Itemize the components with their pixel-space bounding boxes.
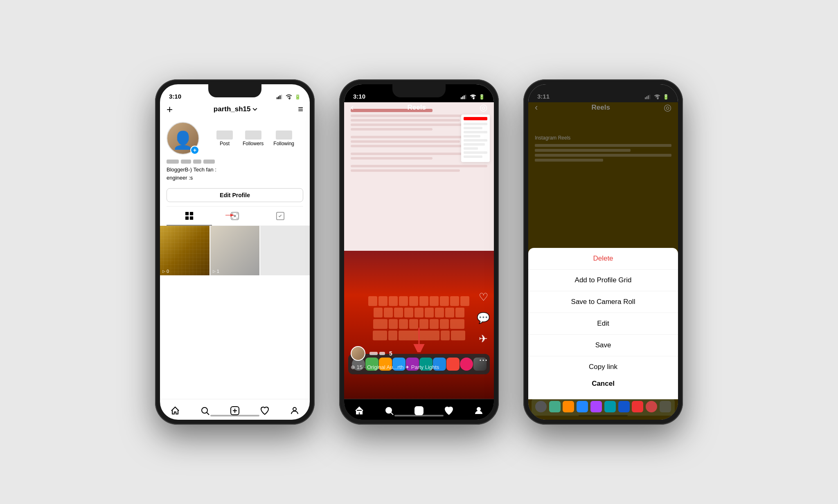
reel-user-row: 5 [351,346,469,361]
phone-3: 3:11 🔋 ‹ Reels ◎ Instagram Reels [523,79,683,425]
reels-actions: ♡ 💬 ✈ ··· [477,291,490,366]
save-to-camera-roll-action[interactable]: Save to Camera Roll [528,291,678,313]
reels-screen: 3:10 🔋 ‹ Reels ◎ [344,84,494,420]
comment-button[interactable]: 💬 [477,312,490,324]
grid-post-2[interactable]: ▷ 1 [210,226,260,275]
key-2 [378,296,387,306]
notch-2 [392,84,446,97]
share-button[interactable]: ✈ [479,333,488,345]
svg-rect-7 [190,216,193,220]
article-line-2 [535,149,631,152]
cancel-action[interactable]: Cancel [528,373,678,394]
followers-count [245,130,261,140]
reel-user-avatar [351,346,365,361]
svg-rect-25 [465,94,466,99]
tab-grid[interactable] [167,207,212,225]
post-1-count: 0 [167,269,169,274]
search-icon-2 [384,406,394,416]
signal-icon [277,94,283,99]
svg-rect-3 [281,94,282,99]
grid-post-3[interactable] [260,226,310,275]
nav-home-2[interactable] [350,403,368,418]
key-25 [440,319,449,329]
svg-point-14 [237,218,238,219]
grid-tab-icon [185,212,194,220]
home-icon [170,406,180,416]
phone-2-screen: 3:10 🔋 ‹ Reels ◎ [344,84,494,420]
save-action[interactable]: Save [528,335,678,356]
tab-tagged[interactable] [258,207,303,225]
key-4 [399,296,408,306]
svg-rect-1 [278,96,279,99]
following-stat[interactable]: Following [273,130,294,146]
key-7 [430,296,439,306]
share-article-title: Instagram Reels [535,135,671,141]
wifi-icon-2 [470,94,476,99]
key-123 [373,331,387,340]
play-icon-1: ▷ [162,269,165,273]
followers-label: Followers [243,141,264,146]
add-story-button[interactable]: + [190,146,199,155]
share-dock-8 [632,401,643,412]
reel-bottom-info: 5 ⊕ 15 · Original Au...rth ✦ Party Light… [351,346,469,370]
svg-rect-23 [462,96,463,99]
camera-button[interactable]: ◎ [480,102,487,113]
status-time-1: 3:10 [169,93,181,100]
edit-profile-button[interactable]: Edit Profile [167,188,303,202]
nav-profile-2[interactable] [470,403,488,418]
article-line-4 [535,159,603,162]
share-dock-3 [563,401,574,412]
svg-rect-5 [190,212,193,215]
avatar-image: 👤 [172,132,194,149]
grid-post-1[interactable]: ▷ 0 [160,226,210,275]
article-line-3 [535,154,671,157]
share-back-button[interactable]: ‹ [535,102,538,113]
share-article-content: Instagram Reels [535,135,671,164]
key-5 [409,296,418,306]
wifi-icon-3 [654,94,660,99]
signal-icon-2 [461,94,467,99]
following-count [276,130,292,140]
name-block-2 [181,160,191,164]
home-indicator-1 [210,415,259,416]
add-account-button[interactable]: + [167,104,173,115]
status-time-3: 3:11 [537,93,550,100]
post-2-count: 1 [217,269,219,274]
notch-3 [577,84,630,97]
nav-home[interactable] [166,403,184,418]
reels-toolbar: ‹ Reels ◎ [344,102,494,113]
svg-rect-6 [185,216,189,220]
nav-profile[interactable] [286,403,304,418]
article-sidebar [461,115,490,162]
add-icon-2 [414,406,424,416]
username-label: parth_sh15 [214,105,251,113]
profile-header: + parth_sh15 ≡ 👤 + [160,102,310,226]
cancel-sheet-container: Cancel [528,370,678,399]
username-dropdown[interactable]: parth_sh15 [214,105,257,113]
tab-reels[interactable] [212,207,257,225]
play-icon-2: ▷ [213,269,216,273]
delete-action[interactable]: Delete [528,248,678,270]
status-icons-1: 🔋 [277,94,301,100]
status-icons-3: 🔋 [645,94,669,100]
key-return [451,331,465,340]
share-camera-button[interactable]: ◎ [664,102,671,113]
svg-point-32 [477,407,480,411]
key-6 [419,296,428,306]
name-block-4 [203,160,215,164]
svg-line-17 [207,413,209,415]
menu-icon[interactable]: ≡ [298,104,303,115]
username-dot-1 [369,352,378,355]
home-icon-2 [354,406,364,416]
search-icon [200,406,210,416]
svg-rect-22 [461,97,462,99]
posts-grid: ▷ 0 ▷ 1 [160,226,310,399]
edit-action[interactable]: Edit [528,313,678,335]
like-button[interactable]: ♡ [479,291,488,304]
more-button[interactable]: ··· [479,353,488,366]
share-dock-4 [577,401,588,412]
followers-stat[interactable]: Followers [243,130,264,146]
add-to-profile-grid-action[interactable]: Add to Profile Grid [528,270,678,291]
stats-row: Post Followers Following [207,130,303,146]
back-button[interactable]: ‹ [351,102,354,113]
